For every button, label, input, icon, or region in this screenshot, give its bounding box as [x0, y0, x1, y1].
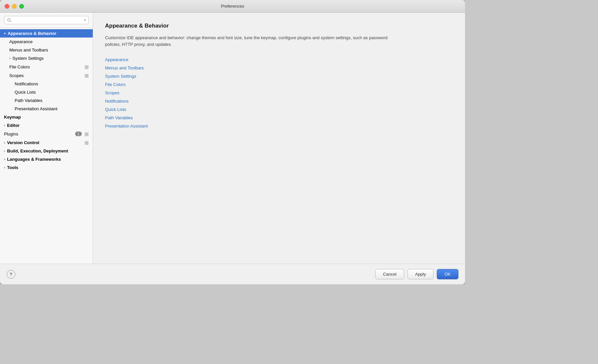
grid-icon: ▦	[84, 131, 89, 136]
grid-icon: ▦	[84, 73, 89, 78]
sidebar-item-file-colors[interactable]: File Colors ▦	[0, 62, 93, 71]
close-button[interactable]	[5, 4, 9, 9]
chevron-right-icon: ›	[4, 124, 5, 127]
search-input[interactable]	[14, 18, 82, 23]
link-presentation-assistant[interactable]: Presentation Assistant	[105, 124, 453, 129]
sidebar-item-label: Plugins	[4, 132, 18, 136]
plugins-badge: 1	[75, 132, 82, 136]
sidebar-item-label: Languages & Frameworks	[7, 157, 61, 162]
sidebar-item-version-control[interactable]: › Version Control ▦	[0, 138, 93, 147]
chevron-right-icon: ›	[4, 141, 5, 144]
content-area: ▾ ▾ Appearance & Behavior Appearance Men…	[0, 13, 465, 264]
nav-tree: ▾ Appearance & Behavior Appearance Menus…	[0, 28, 93, 173]
maximize-button[interactable]	[19, 4, 24, 9]
sidebar-item-presentation-assistant[interactable]: Presentation Assistant	[0, 105, 93, 113]
search-dropdown-icon[interactable]: ▾	[84, 18, 86, 22]
svg-line-1	[10, 21, 11, 22]
chevron-down-icon: ▾	[4, 32, 6, 35]
sidebar-item-notifications[interactable]: Notifications	[0, 80, 93, 88]
traffic-lights	[5, 4, 24, 9]
sidebar-item-languages-frameworks[interactable]: › Languages & Frameworks	[0, 155, 93, 163]
window-title: Preferences	[221, 4, 244, 9]
sidebar-item-label: File Colors	[9, 64, 30, 69]
link-system-settings[interactable]: System Settings	[105, 74, 453, 79]
title-bar: Preferences	[0, 0, 465, 13]
sidebar-item-build-execution-deployment[interactable]: › Build, Execution, Deployment	[0, 147, 93, 155]
sidebar: ▾ ▾ Appearance & Behavior Appearance Men…	[0, 13, 93, 264]
sidebar-item-label: Quick Lists	[15, 90, 36, 95]
sidebar-item-label: Notifications	[15, 81, 38, 86]
link-path-variables[interactable]: Path Variables	[105, 115, 453, 120]
search-icon	[7, 18, 12, 23]
sidebar-item-menus-toolbars[interactable]: Menus and Toolbars	[0, 46, 93, 54]
sidebar-item-label: Build, Execution, Deployment	[7, 148, 68, 153]
sidebar-item-label: Menus and Toolbars	[9, 47, 48, 52]
link-quick-lists[interactable]: Quick Lists	[105, 107, 453, 112]
sidebar-item-quick-lists[interactable]: Quick Lists	[0, 88, 93, 96]
grid-icon: ▦	[84, 140, 89, 145]
section-title: Appearance & Behavior	[105, 23, 453, 29]
preferences-window: Preferences ▾ ▾ Appearance & Be	[0, 0, 465, 284]
sidebar-item-keymap[interactable]: Keymap	[0, 113, 93, 121]
chevron-right-icon: ›	[4, 166, 5, 169]
search-bar: ▾	[0, 13, 93, 28]
sidebar-item-label: Appearance	[9, 39, 33, 44]
sidebar-item-tools[interactable]: › Tools	[0, 163, 93, 172]
sidebar-item-label: Keymap	[4, 115, 21, 120]
sidebar-item-path-variables[interactable]: Path Variables	[0, 96, 93, 105]
ok-button[interactable]: OK	[437, 269, 458, 279]
link-scopes[interactable]: Scopes	[105, 90, 453, 95]
link-file-colors[interactable]: File Colors	[105, 82, 453, 87]
chevron-right-icon: ›	[4, 157, 5, 161]
bottom-bar: ? Cancel Apply OK	[0, 264, 465, 284]
sidebar-item-plugins[interactable]: Plugins 1 ▦	[0, 130, 93, 138]
sidebar-item-system-settings[interactable]: › System Settings	[0, 54, 93, 62]
grid-icon: ▦	[84, 64, 89, 69]
minimize-button[interactable]	[12, 4, 17, 9]
sidebar-item-label: Path Variables	[15, 98, 43, 103]
sidebar-item-label: Tools	[7, 165, 18, 170]
links-list: Appearance Menus and Toolbars System Set…	[105, 57, 453, 129]
sidebar-item-editor[interactable]: › Editor	[0, 121, 93, 130]
sidebar-item-label: Scopes	[9, 73, 24, 78]
sidebar-item-label: Editor	[7, 123, 20, 128]
sidebar-item-label: Version Control	[7, 140, 39, 145]
help-button[interactable]: ?	[7, 270, 15, 279]
main-content: Appearance & Behavior Customize IDE appe…	[93, 13, 465, 264]
chevron-right-icon: ›	[4, 149, 5, 153]
sidebar-item-scopes[interactable]: Scopes ▦	[0, 71, 93, 80]
sidebar-item-label: Presentation Assistant	[15, 106, 58, 111]
chevron-right-icon: ›	[9, 56, 10, 60]
sidebar-item-appearance[interactable]: Appearance	[0, 38, 93, 46]
cancel-button[interactable]: Cancel	[375, 269, 404, 279]
apply-button[interactable]: Apply	[408, 269, 434, 279]
sidebar-item-label: Appearance & Behavior	[8, 31, 57, 36]
sidebar-item-label: System Settings	[12, 56, 44, 61]
section-description: Customize IDE appearance and behavior: c…	[105, 35, 391, 48]
link-appearance[interactable]: Appearance	[105, 57, 453, 62]
link-notifications[interactable]: Notifications	[105, 99, 453, 104]
search-wrapper[interactable]: ▾	[4, 16, 89, 24]
svg-point-0	[8, 18, 10, 21]
sidebar-item-appearance-behavior[interactable]: ▾ Appearance & Behavior	[0, 29, 93, 38]
action-buttons: Cancel Apply OK	[375, 269, 458, 279]
link-menus-toolbars[interactable]: Menus and Toolbars	[105, 65, 453, 70]
